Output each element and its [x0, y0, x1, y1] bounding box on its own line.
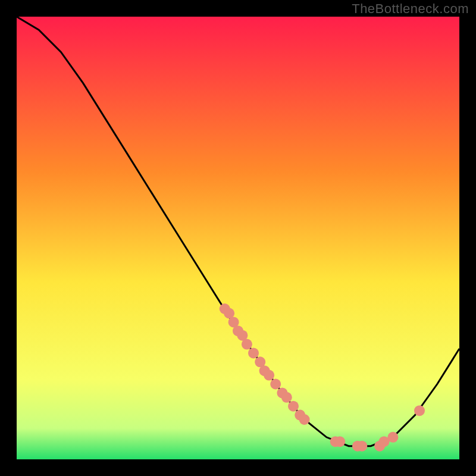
data-point	[414, 405, 425, 416]
data-point	[387, 432, 398, 443]
plot-area	[17, 17, 459, 459]
chart-frame: TheBottleneck.com	[0, 0, 476, 476]
watermark-label: TheBottleneck.com	[352, 1, 469, 17]
data-point	[356, 441, 367, 452]
data-point	[248, 347, 259, 358]
data-point	[334, 436, 345, 447]
data-point	[288, 401, 299, 412]
data-point	[264, 370, 274, 381]
data-point	[242, 339, 252, 350]
data-point	[299, 414, 310, 425]
data-point	[281, 392, 292, 403]
chart-svg	[17, 17, 459, 459]
data-point	[270, 379, 281, 390]
